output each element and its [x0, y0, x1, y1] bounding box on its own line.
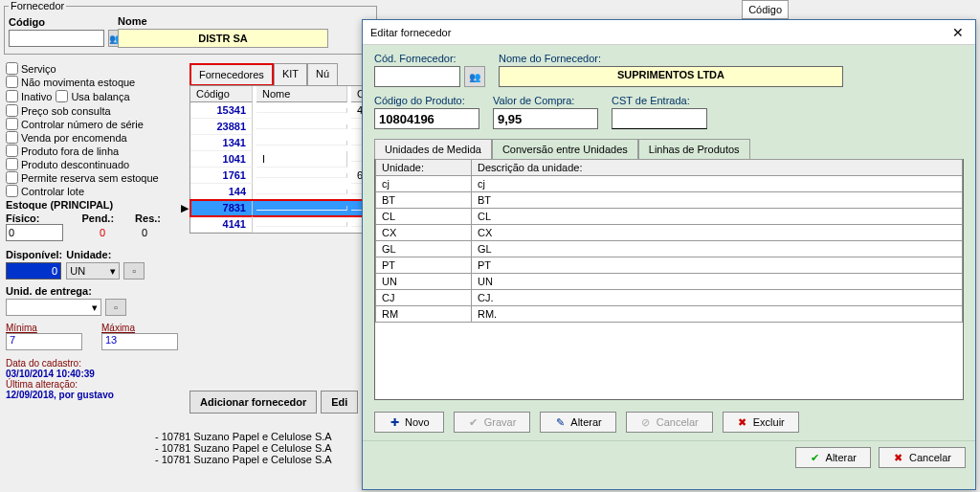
unidade-label: Unidade:: [66, 249, 145, 260]
valor-label: Valor de Compra:: [493, 95, 598, 106]
gravar-button[interactable]: Gravar: [454, 412, 531, 433]
log-line: - 10781 Suzano Papel e Celulose S.A: [155, 442, 332, 454]
fisico-label: Físico:: [6, 212, 39, 224]
modal-title: Editar fornecedor: [370, 27, 451, 38]
table-row[interactable]: cjcj: [376, 176, 963, 192]
table-row[interactable]: CLCL: [376, 209, 963, 225]
chk-descontinuado[interactable]: Produto descontinuado: [6, 158, 184, 170]
modal-tabs: Unidades de Medida Conversão entre Unida…: [374, 139, 964, 159]
chk-reserva[interactable]: Permite reserva sem estoque: [6, 171, 184, 184]
modal-inner-buttons: Novo Gravar Alterar Cancelar Excluir: [363, 404, 975, 440]
table-row[interactable]: BTBT: [376, 192, 963, 209]
alterar-inner-button[interactable]: Alterar: [540, 412, 615, 433]
disp-val: 0: [6, 262, 61, 280]
edit-supplier-modal: Editar fornecedor ✕ Cód. Fornecedor: Nom…: [362, 19, 976, 490]
chk-encomenda[interactable]: Venda por encomenda: [6, 131, 184, 144]
table-row[interactable]: PTPT: [376, 257, 963, 274]
plus-icon: [389, 416, 400, 428]
lookup-supplier-button[interactable]: [464, 66, 485, 87]
cancelar-footer-button[interactable]: Cancelar: [879, 447, 966, 468]
pend-label: Pend.:: [81, 212, 114, 224]
cod-forn-input[interactable]: [374, 66, 460, 87]
bottom-log: - 10781 Suzano Papel e Celulose S.A- 107…: [155, 431, 332, 465]
edit-fornecedor-button[interactable]: Edi: [321, 391, 358, 414]
sort-label: Código: [748, 4, 782, 15]
table-row[interactable]: CJCJ.: [376, 290, 963, 306]
max-val[interactable]: 13: [101, 333, 178, 350]
chk-nao-movimenta[interactable]: Não movimenta estoque: [6, 76, 184, 88]
modal-footer-buttons: Alterar Cancelar: [363, 440, 975, 476]
cad-val: 03/10/2014 10:40:39: [6, 369, 184, 379]
res-val: 0: [109, 227, 147, 238]
binocular-icon: [469, 71, 480, 82]
codprod-label: Código do Produto:: [374, 95, 479, 106]
table-row[interactable]: GLGL: [376, 241, 963, 257]
table-row[interactable]: 4141: [190, 216, 380, 233]
entrega-combo[interactable]: ▾: [6, 299, 101, 316]
cancel-icon: [640, 416, 652, 428]
tab-fornecedores[interactable]: Fornecedores: [189, 63, 274, 86]
chk-servico[interactable]: Serviço: [6, 62, 184, 75]
entrega-title: Unid. de entrega:: [6, 285, 184, 297]
chk-lote[interactable]: Controlar lote: [6, 185, 184, 197]
chk-inativo[interactable]: Inativo: [6, 90, 52, 102]
cst-input[interactable]: [612, 108, 707, 129]
close-button[interactable]: ✕: [948, 23, 968, 42]
unidade-btn[interactable]: ▫: [123, 262, 145, 280]
table-row[interactable]: UNUN: [376, 274, 963, 290]
chk-serie[interactable]: Controlar número de série: [6, 118, 184, 130]
min-label[interactable]: Mínima: [6, 323, 37, 333]
table-row[interactable]: 153414: [190, 102, 380, 119]
codprod-input[interactable]: [374, 108, 479, 129]
col-nome[interactable]: Nome: [256, 86, 347, 102]
chk-fora-linha[interactable]: Produto fora de linha: [6, 145, 184, 157]
nome-forn-field: SUPRIMENTOS LTDA: [499, 66, 843, 87]
um-table[interactable]: Unidade: Descrição da unidade: cjcjBTBTC…: [375, 159, 963, 323]
tab-linhas[interactable]: Linhas de Produtos: [638, 139, 750, 159]
max-label[interactable]: Máxima: [101, 323, 135, 333]
cancelar-inner-button[interactable]: Cancelar: [626, 412, 713, 433]
disp-label: Disponível:: [6, 249, 62, 260]
flags-block: Serviço Não movimenta estoque Inativo Us…: [6, 62, 184, 197]
chk-balanca[interactable]: Usa balança: [56, 90, 129, 102]
sort-box: Código: [742, 0, 789, 19]
check-icon: [810, 452, 821, 463]
um-table-area: Unidade: Descrição da unidade: cjcjBTBTC…: [374, 159, 964, 400]
add-fornecedor-button[interactable]: Adicionar fornecedor: [189, 391, 317, 414]
unidade-combo[interactable]: UN▾: [66, 262, 120, 280]
edit-icon: [554, 416, 566, 428]
table-row[interactable]: 1041I: [190, 151, 380, 168]
chevron-down-icon: ▾: [110, 265, 116, 278]
fisico-val[interactable]: [6, 224, 63, 241]
tab-unidades[interactable]: Unidades de Medida: [374, 139, 492, 159]
log-line: - 10781 Suzano Papel e Celulose S.A: [155, 431, 332, 442]
tab-conversao[interactable]: Conversão entre Unidades: [492, 139, 638, 159]
tab-num[interactable]: Nú: [307, 63, 338, 86]
chk-preco[interactable]: Preço sob consulta: [6, 104, 184, 117]
table-row[interactable]: ▶7831: [190, 200, 380, 216]
table-row[interactable]: 144: [190, 184, 380, 200]
nome-forn-label: Nome do Fornecedor:: [499, 53, 843, 64]
alt-label: Última alteração:: [6, 379, 184, 390]
table-row[interactable]: 23881: [190, 119, 380, 135]
um-col-unidade[interactable]: Unidade:: [376, 160, 472, 176]
x-icon: [893, 452, 904, 463]
table-row[interactable]: 17616: [190, 168, 380, 184]
cad-label: Data do cadastro:: [6, 358, 184, 369]
um-col-desc[interactable]: Descrição da unidade:: [472, 160, 963, 176]
entrega-btn[interactable]: ▫: [105, 299, 126, 316]
check-icon: [468, 416, 479, 428]
excluir-button[interactable]: Excluir: [723, 412, 799, 433]
col-codigo[interactable]: Código: [190, 86, 253, 102]
min-val[interactable]: 7: [6, 333, 82, 350]
alt-val: 12/09/2018, por gustavo: [6, 390, 184, 400]
alterar-footer-button[interactable]: Alterar: [795, 447, 871, 468]
tab-kit[interactable]: KIT: [274, 63, 307, 86]
delete-icon: [737, 416, 748, 428]
table-row[interactable]: CXCX: [376, 225, 963, 241]
table-row[interactable]: RMRM.: [376, 306, 963, 323]
novo-button[interactable]: Novo: [374, 412, 444, 433]
valor-input[interactable]: [493, 108, 598, 129]
mid-table[interactable]: Código Nome C 1534142388113411041I176161…: [189, 85, 381, 234]
table-row[interactable]: 1341: [190, 135, 380, 151]
